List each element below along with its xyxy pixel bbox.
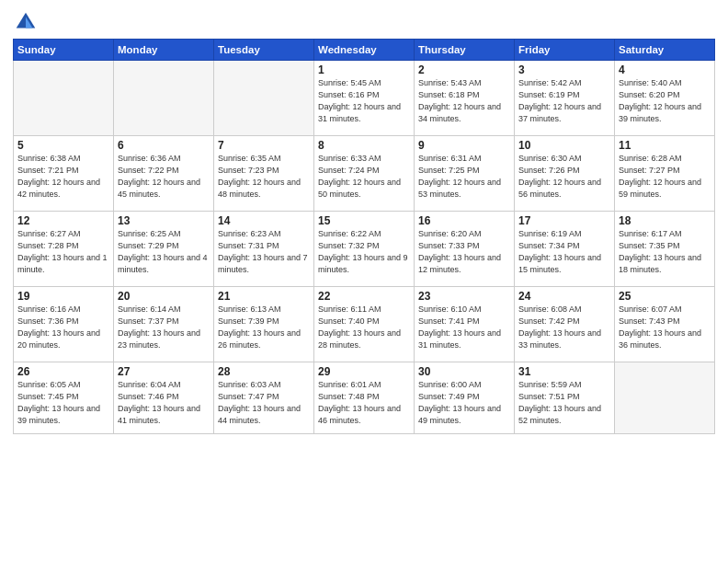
day-info: Sunrise: 6:04 AM Sunset: 7:46 PM Dayligh… — [118, 379, 210, 427]
day-number: 12 — [17, 214, 109, 227]
calendar-cell: 9Sunrise: 6:31 AM Sunset: 7:25 PM Daylig… — [415, 136, 515, 212]
calendar-cell: 19Sunrise: 6:16 AM Sunset: 7:36 PM Dayli… — [14, 287, 114, 362]
day-info: Sunrise: 6:03 AM Sunset: 7:47 PM Dayligh… — [218, 379, 310, 427]
day-info: Sunrise: 6:25 AM Sunset: 7:29 PM Dayligh… — [118, 228, 210, 276]
day-number: 30 — [418, 365, 510, 378]
calendar-week-1: 1Sunrise: 5:45 AM Sunset: 6:16 PM Daylig… — [14, 61, 715, 136]
day-info: Sunrise: 6:35 AM Sunset: 7:23 PM Dayligh… — [218, 153, 310, 201]
page: SundayMondayTuesdayWednesdayThursdayFrid… — [0, 0, 728, 563]
calendar-cell: 30Sunrise: 6:00 AM Sunset: 7:49 PM Dayli… — [415, 362, 515, 434]
day-info: Sunrise: 6:00 AM Sunset: 7:49 PM Dayligh… — [418, 379, 510, 427]
calendar-cell: 1Sunrise: 5:45 AM Sunset: 6:16 PM Daylig… — [314, 61, 415, 136]
day-info: Sunrise: 6:05 AM Sunset: 7:45 PM Dayligh… — [17, 379, 109, 427]
calendar-cell: 11Sunrise: 6:28 AM Sunset: 7:27 PM Dayli… — [615, 136, 715, 212]
calendar-cell: 21Sunrise: 6:13 AM Sunset: 7:39 PM Dayli… — [214, 287, 314, 362]
calendar-cell: 14Sunrise: 6:23 AM Sunset: 7:31 PM Dayli… — [214, 212, 314, 287]
day-number: 15 — [318, 214, 410, 227]
calendar-week-4: 19Sunrise: 6:16 AM Sunset: 7:36 PM Dayli… — [14, 287, 715, 362]
day-info: Sunrise: 6:23 AM Sunset: 7:31 PM Dayligh… — [218, 228, 310, 276]
column-header-wednesday: Wednesday — [314, 40, 415, 61]
day-number: 23 — [418, 290, 510, 303]
day-number: 13 — [118, 214, 210, 227]
day-number: 18 — [619, 214, 711, 227]
calendar-cell: 17Sunrise: 6:19 AM Sunset: 7:34 PM Dayli… — [515, 212, 615, 287]
calendar-header-row: SundayMondayTuesdayWednesdayThursdayFrid… — [14, 40, 715, 61]
calendar-cell — [114, 61, 214, 136]
column-header-thursday: Thursday — [415, 40, 515, 61]
day-number: 6 — [118, 139, 210, 152]
column-header-monday: Monday — [114, 40, 214, 61]
calendar-cell — [214, 61, 314, 136]
day-info: Sunrise: 6:31 AM Sunset: 7:25 PM Dayligh… — [418, 153, 510, 201]
calendar-cell: 29Sunrise: 6:01 AM Sunset: 7:48 PM Dayli… — [314, 362, 415, 434]
day-info: Sunrise: 6:30 AM Sunset: 7:26 PM Dayligh… — [518, 153, 610, 201]
day-number: 2 — [418, 63, 510, 76]
column-header-tuesday: Tuesday — [214, 40, 314, 61]
day-info: Sunrise: 6:19 AM Sunset: 7:34 PM Dayligh… — [518, 228, 610, 276]
day-number: 20 — [118, 290, 210, 303]
day-info: Sunrise: 6:27 AM Sunset: 7:28 PM Dayligh… — [17, 228, 109, 276]
calendar-cell: 27Sunrise: 6:04 AM Sunset: 7:46 PM Dayli… — [114, 362, 214, 434]
day-number: 24 — [518, 290, 610, 303]
day-info: Sunrise: 6:07 AM Sunset: 7:43 PM Dayligh… — [619, 304, 711, 351]
day-info: Sunrise: 6:11 AM Sunset: 7:40 PM Dayligh… — [318, 304, 410, 351]
day-number: 21 — [218, 290, 310, 303]
calendar-cell: 4Sunrise: 5:40 AM Sunset: 6:20 PM Daylig… — [615, 61, 715, 136]
day-info: Sunrise: 6:36 AM Sunset: 7:22 PM Dayligh… — [118, 153, 210, 201]
calendar-cell: 12Sunrise: 6:27 AM Sunset: 7:28 PM Dayli… — [14, 212, 114, 287]
calendar-table: SundayMondayTuesdayWednesdayThursdayFrid… — [13, 39, 715, 434]
column-header-friday: Friday — [515, 40, 615, 61]
calendar-cell: 10Sunrise: 6:30 AM Sunset: 7:26 PM Dayli… — [515, 136, 615, 212]
calendar-cell: 23Sunrise: 6:10 AM Sunset: 7:41 PM Dayli… — [415, 287, 515, 362]
logo — [13, 9, 40, 35]
calendar-cell: 28Sunrise: 6:03 AM Sunset: 7:47 PM Dayli… — [214, 362, 314, 434]
calendar-week-5: 26Sunrise: 6:05 AM Sunset: 7:45 PM Dayli… — [14, 362, 715, 434]
day-info: Sunrise: 6:10 AM Sunset: 7:41 PM Dayligh… — [418, 304, 510, 351]
day-number: 31 — [518, 365, 610, 378]
day-info: Sunrise: 6:17 AM Sunset: 7:35 PM Dayligh… — [619, 228, 711, 276]
calendar-cell: 20Sunrise: 6:14 AM Sunset: 7:37 PM Dayli… — [114, 287, 214, 362]
day-info: Sunrise: 6:28 AM Sunset: 7:27 PM Dayligh… — [619, 153, 711, 201]
calendar-cell: 6Sunrise: 6:36 AM Sunset: 7:22 PM Daylig… — [114, 136, 214, 212]
day-number: 25 — [619, 290, 711, 303]
column-header-saturday: Saturday — [615, 40, 715, 61]
day-number: 26 — [17, 365, 109, 378]
calendar-week-2: 5Sunrise: 6:38 AM Sunset: 7:21 PM Daylig… — [14, 136, 715, 212]
logo-icon — [13, 9, 39, 35]
day-number: 17 — [518, 214, 610, 227]
day-number: 10 — [518, 139, 610, 152]
calendar-cell: 5Sunrise: 6:38 AM Sunset: 7:21 PM Daylig… — [14, 136, 114, 212]
calendar-week-3: 12Sunrise: 6:27 AM Sunset: 7:28 PM Dayli… — [14, 212, 715, 287]
day-info: Sunrise: 6:14 AM Sunset: 7:37 PM Dayligh… — [118, 304, 210, 351]
header — [13, 9, 715, 35]
day-number: 4 — [619, 63, 711, 76]
day-number: 19 — [17, 290, 109, 303]
calendar-cell: 8Sunrise: 6:33 AM Sunset: 7:24 PM Daylig… — [314, 136, 415, 212]
day-info: Sunrise: 6:01 AM Sunset: 7:48 PM Dayligh… — [318, 379, 410, 427]
day-info: Sunrise: 6:16 AM Sunset: 7:36 PM Dayligh… — [17, 304, 109, 351]
calendar-cell: 26Sunrise: 6:05 AM Sunset: 7:45 PM Dayli… — [14, 362, 114, 434]
day-number: 16 — [418, 214, 510, 227]
day-info: Sunrise: 6:38 AM Sunset: 7:21 PM Dayligh… — [17, 153, 109, 201]
calendar-cell: 18Sunrise: 6:17 AM Sunset: 7:35 PM Dayli… — [615, 212, 715, 287]
day-number: 1 — [318, 63, 410, 76]
calendar-cell: 3Sunrise: 5:42 AM Sunset: 6:19 PM Daylig… — [515, 61, 615, 136]
day-number: 27 — [118, 365, 210, 378]
day-info: Sunrise: 5:45 AM Sunset: 6:16 PM Dayligh… — [318, 77, 410, 125]
day-number: 11 — [619, 139, 711, 152]
calendar-cell: 2Sunrise: 5:43 AM Sunset: 6:18 PM Daylig… — [415, 61, 515, 136]
calendar-cell: 24Sunrise: 6:08 AM Sunset: 7:42 PM Dayli… — [515, 287, 615, 362]
calendar-cell: 22Sunrise: 6:11 AM Sunset: 7:40 PM Dayli… — [314, 287, 415, 362]
day-info: Sunrise: 6:22 AM Sunset: 7:32 PM Dayligh… — [318, 228, 410, 276]
day-number: 3 — [518, 63, 610, 76]
calendar-cell: 7Sunrise: 6:35 AM Sunset: 7:23 PM Daylig… — [214, 136, 314, 212]
day-number: 14 — [218, 214, 310, 227]
day-number: 22 — [318, 290, 410, 303]
day-info: Sunrise: 5:42 AM Sunset: 6:19 PM Dayligh… — [518, 77, 610, 125]
day-number: 28 — [218, 365, 310, 378]
day-info: Sunrise: 5:59 AM Sunset: 7:51 PM Dayligh… — [518, 379, 610, 427]
day-info: Sunrise: 6:20 AM Sunset: 7:33 PM Dayligh… — [418, 228, 510, 276]
day-number: 9 — [418, 139, 510, 152]
calendar-cell: 16Sunrise: 6:20 AM Sunset: 7:33 PM Dayli… — [415, 212, 515, 287]
day-number: 5 — [17, 139, 109, 152]
